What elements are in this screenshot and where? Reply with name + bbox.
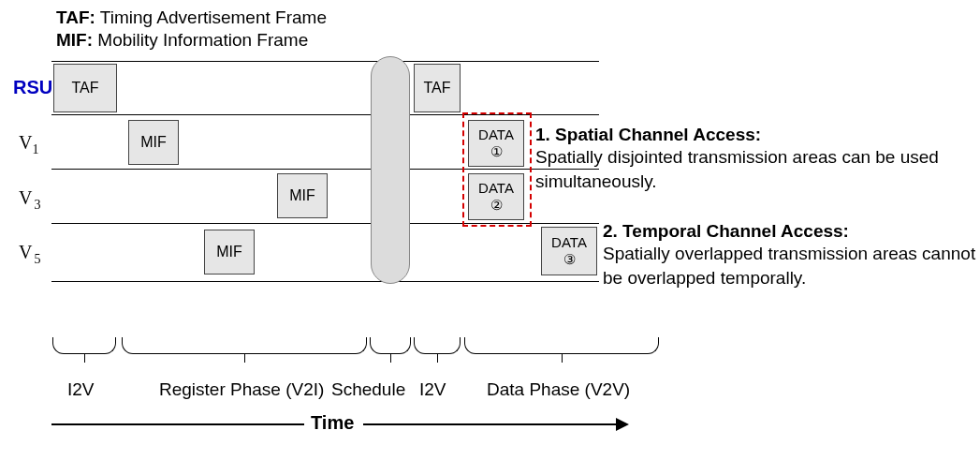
brace-register bbox=[122, 337, 367, 354]
phase-i2v-1: I2V bbox=[67, 379, 95, 400]
lane-bottom bbox=[51, 281, 599, 282]
annotation-temporal-body: Spatially overlapped transmission areas … bbox=[603, 242, 977, 289]
time-axis-label: Time bbox=[311, 412, 354, 434]
annotation-temporal: 2. Temporal Channel Access: Spatially ov… bbox=[603, 221, 977, 289]
legend-taf: TAF: Timing Advertisement Frame bbox=[56, 7, 327, 28]
legend-mif-abbr: MIF: bbox=[56, 30, 93, 50]
time-axis-left bbox=[51, 423, 304, 425]
box-mif-v1: MIF bbox=[128, 120, 179, 165]
legend-taf-full: Timing Advertisement Frame bbox=[95, 7, 327, 27]
box-taf-2: TAF bbox=[414, 64, 461, 112]
legend-taf-abbr: TAF: bbox=[56, 7, 95, 27]
row-label-v1: V1 bbox=[19, 132, 38, 157]
box-taf-1: TAF bbox=[53, 64, 117, 112]
box-mif-v3: MIF bbox=[277, 173, 328, 218]
row-label-rsu: RSU bbox=[13, 77, 52, 98]
annotation-spatial-body: Spatially disjointed transmission areas … bbox=[535, 145, 975, 193]
box-data-3: DATA ③ bbox=[541, 227, 597, 275]
phase-i2v-2: I2V bbox=[419, 379, 446, 400]
row-label-v5: V5 bbox=[19, 242, 40, 267]
time-axis-right bbox=[363, 423, 618, 425]
schedule-column bbox=[371, 56, 410, 284]
brace-i2v-2 bbox=[414, 337, 461, 354]
box-mif-v5: MIF bbox=[204, 230, 255, 275]
phase-schedule: Schedule bbox=[331, 379, 405, 400]
brace-data bbox=[464, 337, 659, 354]
spatial-group-outline bbox=[462, 112, 532, 227]
lane-top bbox=[51, 61, 599, 62]
brace-i2v-1 bbox=[52, 337, 116, 354]
annotation-spatial-title: 1. Spatial Channel Access: bbox=[535, 125, 975, 145]
phase-register: Register Phase (V2I) bbox=[159, 379, 324, 400]
annotation-temporal-title: 2. Temporal Channel Access: bbox=[603, 221, 977, 242]
brace-schedule bbox=[370, 337, 411, 354]
annotation-spatial: 1. Spatial Channel Access: Spatially dis… bbox=[535, 125, 975, 193]
row-label-v3: V3 bbox=[19, 187, 40, 213]
legend-mif-full: Mobility Information Frame bbox=[93, 30, 308, 50]
phase-data: Data Phase (V2V) bbox=[487, 379, 630, 400]
diagram-canvas: TAF: Timing Advertisement Frame MIF: Mob… bbox=[0, 0, 980, 475]
arrow-right-icon bbox=[616, 418, 629, 431]
legend-mif: MIF: Mobility Information Frame bbox=[56, 30, 308, 51]
